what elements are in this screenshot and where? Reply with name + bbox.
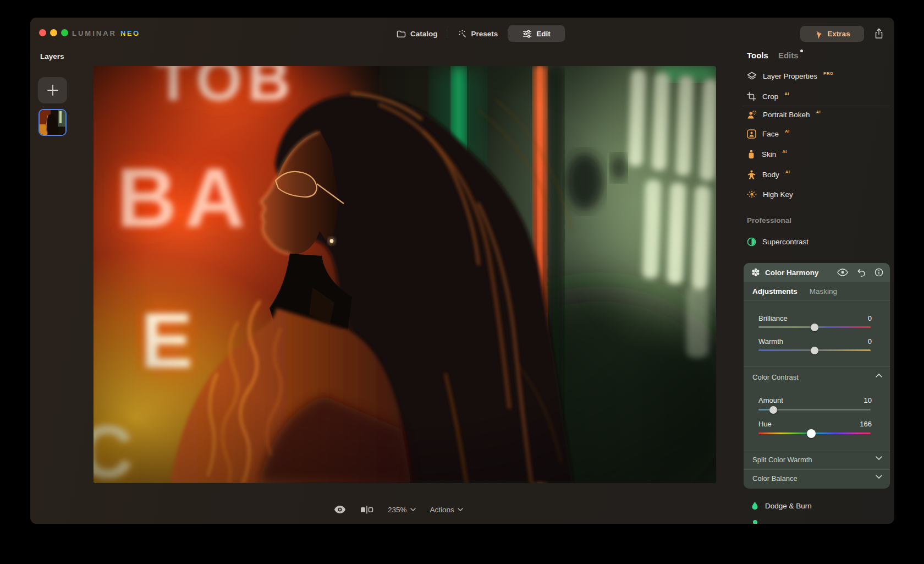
color-balance-section-header[interactable]: Color Balance [752, 474, 798, 483]
tool-face[interactable]: Face AI [747, 128, 790, 140]
layers-panel-title: Layers [40, 52, 64, 61]
tool-label: Body [762, 171, 779, 179]
color-harmony-header-actions [837, 263, 883, 282]
body-icon [747, 170, 756, 179]
color-contrast-section-header[interactable]: Color Contrast [752, 373, 799, 381]
tool-layer-properties[interactable]: Layer Properties PRO [747, 70, 833, 82]
brilliance-slider-thumb[interactable] [811, 324, 818, 331]
chevron-down-icon[interactable] [876, 475, 882, 479]
panel-divider [744, 451, 890, 451]
zoom-level-value: 235% [388, 506, 407, 514]
tab-edits[interactable]: Edits [778, 51, 799, 60]
image-canvas[interactable]: TOB TOB BA BA E E C C [94, 66, 716, 483]
tab-catalog[interactable]: Catalog [387, 25, 448, 42]
tool-crop[interactable]: Crop AI [747, 90, 789, 102]
compare-button[interactable] [360, 506, 373, 514]
warmth-slider-thumb[interactable] [811, 347, 818, 354]
tab-adjustments[interactable]: Adjustments [752, 287, 798, 295]
brilliance-slider[interactable] [758, 326, 871, 328]
crop-icon [747, 92, 756, 101]
chevron-down-icon [410, 508, 416, 511]
share-icon [874, 28, 884, 39]
edits-notification-dot [800, 50, 803, 52]
split-color-warmth-section-header[interactable]: Split Color Warmth [752, 456, 812, 464]
dodge-burn-droplet-icon [751, 501, 759, 511]
professional-section-label: Professional [747, 216, 791, 224]
sliders-icon [522, 30, 532, 38]
hue-slider[interactable] [758, 432, 871, 434]
tool-portrait-bokeh[interactable]: Portrait Bokeh AI [747, 108, 821, 121]
tool-supercontrast[interactable]: Supercontrast [747, 236, 809, 248]
tab-tools[interactable]: Tools [747, 51, 768, 60]
extras-button[interactable]: Extras [800, 26, 864, 42]
tool-label: High Key [763, 190, 793, 199]
high-key-icon [747, 190, 757, 198]
mode-tabs: Catalog Presets Edit [387, 25, 565, 42]
right-panel-tabs: Tools Edits [747, 51, 799, 60]
amount-value: 10 [864, 396, 872, 404]
tab-presets-label: Presets [471, 30, 498, 38]
tool-label: Portrait Bokeh [763, 111, 810, 119]
tab-edit[interactable]: Edit [508, 25, 565, 42]
minimize-window-button[interactable] [50, 29, 57, 36]
tool-label: Layer Properties [763, 72, 817, 80]
color-harmony-panel: Color Harmony Adjustments M [744, 263, 890, 489]
chevron-up-icon[interactable] [876, 374, 882, 377]
extras-label: Extras [827, 30, 850, 38]
preview-eye-button[interactable] [334, 505, 346, 514]
actions-label: Actions [430, 506, 454, 514]
maximize-window-button[interactable] [61, 29, 68, 36]
ai-badge: AI [782, 149, 787, 154]
amount-slider[interactable] [758, 409, 871, 410]
puzzle-icon [814, 30, 823, 39]
hue-label: Hue [758, 420, 772, 428]
eye-icon [334, 505, 346, 514]
chevron-down-icon[interactable] [876, 456, 882, 460]
canvas-toolbar: 235% Actions [334, 502, 463, 517]
close-window-button[interactable] [39, 29, 46, 36]
brilliance-value: 0 [868, 314, 872, 322]
ai-badge: AI [816, 109, 821, 114]
plus-icon [46, 84, 59, 97]
ai-badge: AI [785, 129, 790, 134]
window-controls [39, 29, 68, 36]
color-harmony-tabs: Adjustments Masking [752, 287, 837, 295]
tool-label: Dodge & Burn [765, 502, 812, 510]
brilliance-label: Brilliance [758, 314, 788, 322]
amount-slider-thumb[interactable] [769, 406, 777, 414]
layer-thumbnail-selected[interactable] [38, 109, 67, 136]
brand-neo-wordmark: NEO [120, 29, 144, 37]
color-harmony-title: Color Harmony [765, 269, 819, 277]
ai-badge: AI [785, 169, 790, 174]
app-logo: LUMINAR NEO [72, 29, 144, 37]
svg-text:NEO: NEO [120, 29, 140, 37]
tool-high-key[interactable]: High Key [747, 188, 793, 200]
tool-body[interactable]: Body AI [747, 168, 790, 180]
visibility-eye-icon[interactable] [837, 269, 848, 276]
add-layer-button[interactable] [38, 77, 67, 103]
next-tool-icon-partial [753, 520, 757, 524]
chevron-down-icon [458, 508, 463, 511]
supercontrast-icon [747, 237, 756, 247]
hue-slider-thumb[interactable] [807, 429, 816, 438]
info-icon[interactable] [875, 268, 883, 277]
color-harmony-flower-icon [751, 268, 760, 277]
warmth-slider[interactable] [758, 349, 871, 351]
compare-icon [360, 506, 373, 514]
app-window: LUMINAR NEO Catalog [30, 18, 894, 524]
zoom-level-dropdown[interactable]: 235% [388, 506, 416, 514]
reset-undo-icon[interactable] [857, 269, 866, 277]
tab-presets[interactable]: Presets [448, 25, 508, 42]
skin-bottle-icon [747, 150, 756, 159]
tool-dodge-burn[interactable]: Dodge & Burn [751, 501, 812, 511]
tab-masking[interactable]: Masking [810, 287, 837, 295]
tab-catalog-label: Catalog [410, 30, 438, 38]
tool-skin[interactable]: Skin AI [747, 148, 787, 160]
photo-woman-neon: TOB TOB BA BA E E C C [94, 66, 716, 483]
face-icon [747, 129, 756, 139]
panel-divider [744, 469, 890, 470]
actions-dropdown[interactable]: Actions [430, 506, 463, 514]
share-button[interactable] [871, 25, 887, 42]
amount-label: Amount [758, 396, 783, 404]
folder-icon [397, 30, 406, 38]
